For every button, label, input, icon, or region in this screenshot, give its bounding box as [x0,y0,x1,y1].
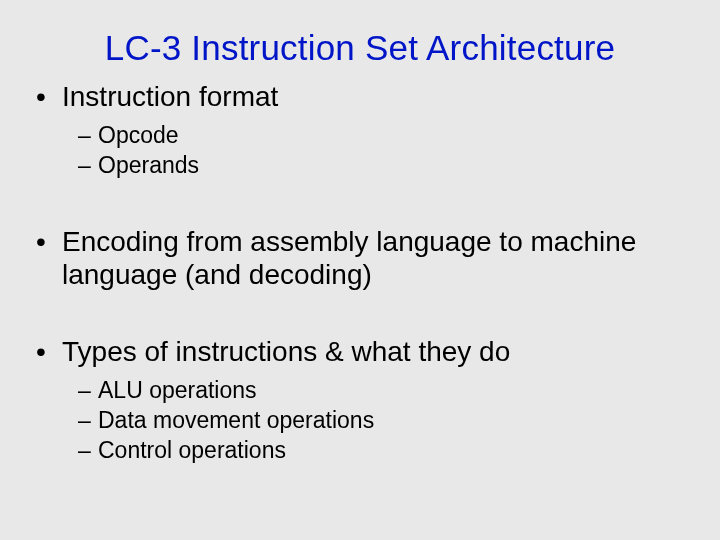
sub-item: ALU operations [78,376,686,406]
bullet-item: Encoding from assembly language to machi… [34,225,686,291]
bullet-text: Encoding from assembly language to machi… [34,225,686,291]
sub-item: Data movement operations [78,406,686,436]
sub-list: Opcode Operands [78,121,686,181]
bullet-item: Types of instructions & what they do ALU… [34,335,686,466]
bullet-item: Instruction format Opcode Operands [34,80,686,181]
bullet-text: Instruction format [34,80,686,113]
sub-list: ALU operations Data movement operations … [78,376,686,466]
slide: LC-3 Instruction Set Architecture Instru… [0,0,720,540]
slide-title: LC-3 Instruction Set Architecture [34,28,686,68]
sub-item: Operands [78,151,686,181]
bullet-text: Types of instructions & what they do [34,335,686,368]
bullet-list: Instruction format Opcode Operands Encod… [34,80,686,466]
sub-item: Opcode [78,121,686,151]
sub-item: Control operations [78,436,686,466]
